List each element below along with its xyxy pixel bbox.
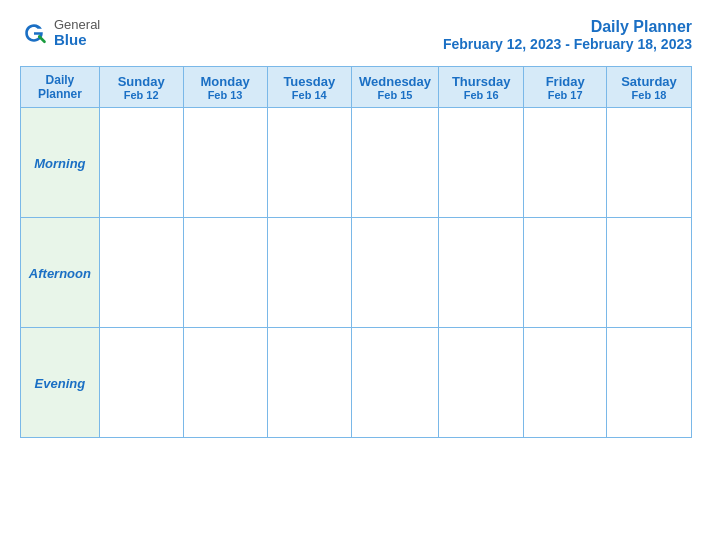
col-label-daily: Daily: [25, 73, 95, 87]
evening-label-cell: Evening: [21, 328, 100, 438]
saturday-name: Saturday: [611, 74, 687, 89]
wednesday-date: Feb 15: [356, 89, 434, 101]
title-area: Daily Planner February 12, 2023 - Februa…: [443, 18, 692, 52]
header-sunday: Sunday Feb 12: [99, 67, 183, 108]
date-range: February 12, 2023 - February 18, 2023: [443, 36, 692, 52]
header-wednesday: Wednesday Feb 15: [351, 67, 438, 108]
logo-blue-text: Blue: [54, 32, 100, 49]
monday-date: Feb 13: [188, 89, 263, 101]
page-header: General Blue Daily Planner February 12, …: [20, 18, 692, 52]
sunday-date: Feb 12: [104, 89, 179, 101]
header-thursday: Thursday Feb 16: [439, 67, 524, 108]
monday-name: Monday: [188, 74, 263, 89]
afternoon-tuesday-cell[interactable]: [267, 218, 351, 328]
morning-tuesday-cell[interactable]: [267, 108, 351, 218]
tuesday-name: Tuesday: [272, 74, 347, 89]
evening-monday-cell[interactable]: [183, 328, 267, 438]
thursday-name: Thursday: [443, 74, 519, 89]
logo-general-text: General: [54, 18, 100, 32]
planner-title: Daily Planner: [443, 18, 692, 36]
header-friday: Friday Feb 17: [524, 67, 607, 108]
afternoon-friday-cell[interactable]: [524, 218, 607, 328]
evening-thursday-cell[interactable]: [439, 328, 524, 438]
afternoon-label: Afternoon: [29, 266, 91, 281]
header-monday: Monday Feb 13: [183, 67, 267, 108]
logo-text: General Blue: [54, 18, 100, 49]
morning-row: Morning: [21, 108, 692, 218]
saturday-date: Feb 18: [611, 89, 687, 101]
afternoon-wednesday-cell[interactable]: [351, 218, 438, 328]
header-tuesday: Tuesday Feb 14: [267, 67, 351, 108]
tuesday-date: Feb 14: [272, 89, 347, 101]
friday-date: Feb 17: [528, 89, 602, 101]
evening-sunday-cell[interactable]: [99, 328, 183, 438]
afternoon-monday-cell[interactable]: [183, 218, 267, 328]
morning-friday-cell[interactable]: [524, 108, 607, 218]
sunday-name: Sunday: [104, 74, 179, 89]
morning-thursday-cell[interactable]: [439, 108, 524, 218]
evening-tuesday-cell[interactable]: [267, 328, 351, 438]
thursday-date: Feb 16: [443, 89, 519, 101]
afternoon-sunday-cell[interactable]: [99, 218, 183, 328]
afternoon-thursday-cell[interactable]: [439, 218, 524, 328]
evening-row: Evening: [21, 328, 692, 438]
morning-sunday-cell[interactable]: [99, 108, 183, 218]
evening-wednesday-cell[interactable]: [351, 328, 438, 438]
header-label-col: Daily Planner: [21, 67, 100, 108]
evening-friday-cell[interactable]: [524, 328, 607, 438]
morning-monday-cell[interactable]: [183, 108, 267, 218]
evening-label: Evening: [35, 376, 86, 391]
morning-label: Morning: [34, 156, 85, 171]
general-blue-icon: [20, 19, 48, 47]
logo-area: General Blue: [20, 18, 100, 49]
header-saturday: Saturday Feb 18: [607, 67, 692, 108]
wednesday-name: Wednesday: [356, 74, 434, 89]
afternoon-saturday-cell[interactable]: [607, 218, 692, 328]
afternoon-label-cell: Afternoon: [21, 218, 100, 328]
calendar-table: Daily Planner Sunday Feb 12 Monday Feb 1…: [20, 66, 692, 438]
header-row: Daily Planner Sunday Feb 12 Monday Feb 1…: [21, 67, 692, 108]
evening-saturday-cell[interactable]: [607, 328, 692, 438]
morning-wednesday-cell[interactable]: [351, 108, 438, 218]
friday-name: Friday: [528, 74, 602, 89]
afternoon-row: Afternoon: [21, 218, 692, 328]
morning-label-cell: Morning: [21, 108, 100, 218]
morning-saturday-cell[interactable]: [607, 108, 692, 218]
col-label-planner: Planner: [25, 87, 95, 101]
